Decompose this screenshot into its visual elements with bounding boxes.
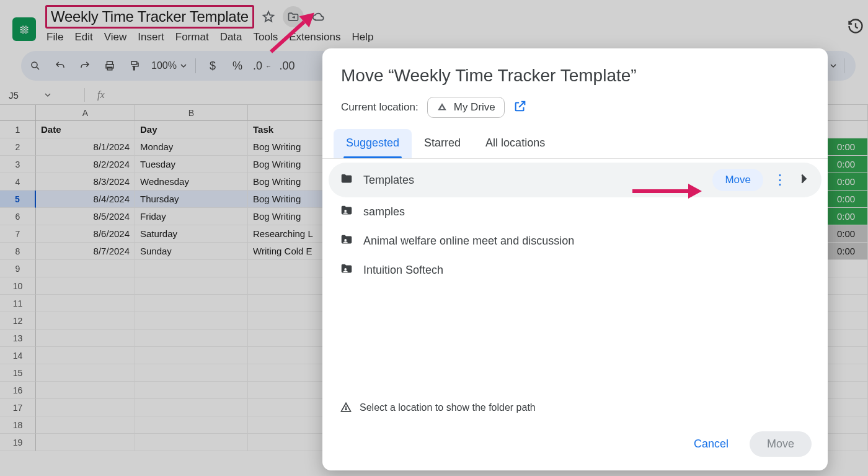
cell-day[interactable] xyxy=(135,347,248,364)
cell-date[interactable] xyxy=(36,295,135,312)
row-header[interactable]: 4 xyxy=(0,173,36,191)
doc-title-input[interactable]: Weekly Time Tracker Template xyxy=(45,5,254,29)
row-header[interactable]: 14 xyxy=(0,347,36,364)
folder-row[interactable]: samples xyxy=(329,197,822,227)
cell-day[interactable]: Monday xyxy=(135,138,248,156)
cell-date[interactable]: 8/3/2024 xyxy=(36,173,135,191)
name-box-input[interactable] xyxy=(9,90,40,101)
cell-date[interactable]: 8/1/2024 xyxy=(36,138,135,156)
undo-icon[interactable] xyxy=(52,58,68,74)
version-history-icon[interactable] xyxy=(847,17,864,37)
cell-time[interactable]: 0:00 xyxy=(825,208,868,225)
chevron-right-icon[interactable] xyxy=(797,172,810,189)
row-header[interactable]: 8 xyxy=(0,243,36,260)
more-options-icon[interactable]: ⋮ xyxy=(769,172,790,188)
row-header[interactable]: 1 xyxy=(0,121,36,138)
folder-row[interactable]: TemplatesMove⋮ xyxy=(329,163,822,197)
row-header[interactable]: 2 xyxy=(0,138,36,156)
cell-day[interactable]: Day xyxy=(135,121,248,138)
menu-view[interactable]: View xyxy=(104,31,127,43)
column-header-a[interactable]: A xyxy=(36,105,135,121)
paint-format-icon[interactable] xyxy=(126,58,143,74)
menu-edit[interactable]: Edit xyxy=(74,31,92,43)
cell-time[interactable]: 0:00 xyxy=(825,243,868,260)
row-header[interactable]: 17 xyxy=(0,399,36,416)
menu-format[interactable]: Format xyxy=(175,31,209,43)
cell-time[interactable] xyxy=(825,347,868,364)
row-header[interactable]: 7 xyxy=(0,225,36,243)
cell-day[interactable] xyxy=(135,277,248,295)
chevron-down-icon[interactable] xyxy=(45,92,51,98)
cell-date[interactable] xyxy=(36,312,135,330)
row-header[interactable]: 19 xyxy=(0,434,36,451)
cell-day[interactable]: Saturday xyxy=(135,225,248,243)
cell-time[interactable] xyxy=(825,121,868,138)
cell-time[interactable]: 0:00 xyxy=(825,156,868,173)
cell-date[interactable]: 8/6/2024 xyxy=(36,225,135,243)
move-button[interactable]: Move xyxy=(750,431,812,457)
cell-date[interactable] xyxy=(36,382,135,399)
row-header[interactable]: 3 xyxy=(0,156,36,173)
row-header[interactable]: 11 xyxy=(0,295,36,312)
chevron-down-icon[interactable] xyxy=(830,63,836,69)
cell-date[interactable]: 8/7/2024 xyxy=(36,243,135,260)
cell-time[interactable] xyxy=(825,330,868,347)
row-move-button[interactable]: Move xyxy=(712,169,763,191)
row-header[interactable]: 9 xyxy=(0,260,36,277)
folder-row[interactable]: Animal welfare online meet and discussio… xyxy=(329,227,822,256)
cell-time[interactable] xyxy=(825,416,868,434)
cell-date[interactable] xyxy=(36,330,135,347)
cell-day[interactable] xyxy=(135,382,248,399)
zoom-select[interactable]: 100% xyxy=(151,60,187,71)
row-header[interactable]: 16 xyxy=(0,382,36,399)
cell-time[interactable] xyxy=(825,434,868,451)
cell-time[interactable] xyxy=(825,364,868,382)
row-header[interactable]: 12 xyxy=(0,312,36,330)
star-icon[interactable] xyxy=(262,10,275,24)
cell-day[interactable] xyxy=(135,364,248,382)
cell-date[interactable] xyxy=(36,277,135,295)
cell-date[interactable] xyxy=(36,399,135,416)
cell-date[interactable]: Date xyxy=(36,121,135,138)
tab-suggested[interactable]: Suggested xyxy=(334,129,412,158)
menu-data[interactable]: Data xyxy=(220,31,242,43)
current-location-chip[interactable]: My Drive xyxy=(427,97,505,118)
cell-day[interactable] xyxy=(135,434,248,451)
row-header[interactable]: 6 xyxy=(0,208,36,225)
cell-time[interactable] xyxy=(825,382,868,399)
decrease-decimal-icon[interactable]: .0 ← xyxy=(254,58,270,74)
sheets-logo-icon[interactable] xyxy=(12,17,36,41)
print-icon[interactable] xyxy=(102,58,118,74)
cell-date[interactable] xyxy=(36,364,135,382)
cell-time[interactable] xyxy=(825,260,868,277)
cell-date[interactable] xyxy=(36,434,135,451)
cell-time[interactable]: 0:00 xyxy=(825,225,868,243)
cell-day[interactable] xyxy=(135,399,248,416)
menu-help[interactable]: Help xyxy=(352,31,373,43)
search-menus-icon[interactable] xyxy=(27,58,43,74)
folder-row[interactable]: Intuition Softech xyxy=(329,256,822,285)
cell-day[interactable] xyxy=(135,312,248,330)
open-in-new-icon[interactable] xyxy=(513,99,527,116)
cell-date[interactable] xyxy=(36,416,135,434)
cell-day[interactable] xyxy=(135,416,248,434)
cell-day[interactable]: Friday xyxy=(135,208,248,225)
cell-time[interactable] xyxy=(825,399,868,416)
cell-time[interactable]: 0:00 xyxy=(825,138,868,156)
cell-day[interactable] xyxy=(135,330,248,347)
cell-day[interactable]: Thursday xyxy=(135,191,248,208)
row-header[interactable]: 5 xyxy=(0,191,36,208)
tab-all-locations[interactable]: All locations xyxy=(473,129,557,158)
menu-insert[interactable]: Insert xyxy=(138,31,164,43)
cancel-button[interactable]: Cancel xyxy=(683,431,740,457)
cell-date[interactable]: 8/2/2024 xyxy=(36,156,135,173)
cell-date[interactable] xyxy=(36,260,135,277)
row-header[interactable]: 15 xyxy=(0,364,36,382)
cell-date[interactable]: 8/4/2024 xyxy=(36,191,135,208)
row-header[interactable]: 10 xyxy=(0,277,36,295)
cell-day[interactable] xyxy=(135,260,248,277)
cell-day[interactable]: Tuesday xyxy=(135,156,248,173)
cell-time[interactable]: 0:00 xyxy=(825,191,868,208)
column-header-right[interactable] xyxy=(825,105,868,121)
row-header[interactable]: 13 xyxy=(0,330,36,347)
